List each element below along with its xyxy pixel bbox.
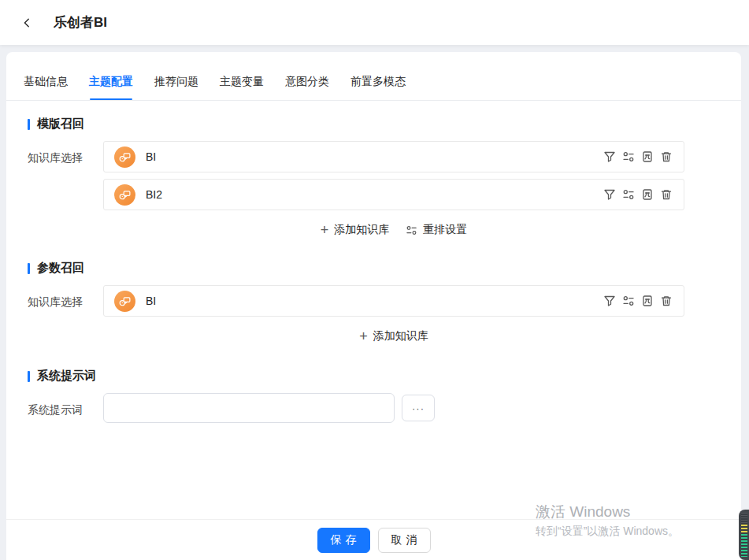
back-icon[interactable] — [17, 13, 36, 32]
plus-icon: + — [359, 329, 368, 343]
widget-yellow-band — [741, 525, 747, 534]
widget-green-band — [741, 534, 747, 557]
trash-icon[interactable] — [660, 150, 673, 163]
tab-theme-config[interactable]: 主题配置 — [89, 75, 133, 100]
more-button[interactable]: ··· — [402, 395, 435, 421]
tab-bar: 基础信息 主题配置 推荐问题 主题变量 意图分类 前置多模态 — [6, 52, 741, 101]
filter-icon[interactable] — [603, 150, 616, 163]
tab-pre-multimodal[interactable]: 前置多模态 — [350, 75, 406, 100]
sliders-icon[interactable] — [622, 188, 635, 201]
trash-icon[interactable] — [660, 188, 673, 201]
tab-theme-variables[interactable]: 主题变量 — [220, 75, 264, 100]
knowledge-base-icon — [114, 291, 135, 312]
section-marker — [28, 119, 30, 130]
config-card: 基础信息 主题配置 推荐问题 主题变量 意图分类 前置多模态 模版召回 知识库选… — [6, 52, 741, 560]
cancel-button[interactable]: 取消 — [378, 528, 431, 553]
filter-icon[interactable] — [603, 188, 616, 201]
section-marker — [28, 263, 30, 274]
tab-panel-theme-config: 模版召回 知识库选择 BI — [6, 101, 741, 519]
section-title-system-prompt: 系统提示词 — [28, 369, 741, 384]
knowledge-base-icon — [114, 184, 135, 206]
add-knowledge-base-button[interactable]: + 添加知识库 — [359, 329, 428, 343]
kb-select-label: 知识库选择 — [28, 141, 103, 243]
section-marker — [28, 371, 30, 382]
system-prompt-label: 系统提示词 — [28, 393, 103, 423]
system-prompt-input[interactable] — [103, 393, 395, 423]
plus-icon: + — [321, 223, 329, 237]
kb-row-bi: BI — [103, 141, 684, 172]
kb-row-bi: BI — [103, 285, 684, 317]
sliders-icon[interactable] — [622, 150, 635, 163]
kb-name: BI — [146, 150, 603, 163]
edge-equalizer-widget[interactable] — [739, 510, 749, 560]
section-title-param-recall: 参数召回 — [28, 261, 741, 276]
trash-icon[interactable] — [660, 295, 673, 307]
sliders-icon[interactable] — [622, 295, 635, 307]
top-bar: 乐创者BI — [0, 0, 749, 45]
knowledge-base-icon — [114, 146, 135, 168]
filter-icon[interactable] — [603, 295, 616, 307]
rerank-settings-button[interactable]: 重排设置 — [405, 223, 467, 237]
form-footer: 保存 取消 — [6, 519, 741, 560]
save-button[interactable]: 保存 — [317, 528, 370, 553]
document-icon[interactable] — [641, 150, 654, 163]
kb-name: BI — [146, 295, 603, 307]
add-knowledge-base-button[interactable]: + 添加知识库 — [321, 223, 390, 237]
document-icon[interactable] — [641, 295, 654, 307]
sliders-icon — [405, 224, 417, 236]
document-icon[interactable] — [641, 188, 654, 201]
widget-dark-band — [741, 513, 747, 525]
kb-select-label: 知识库选择 — [28, 285, 103, 350]
kb-name: BI2 — [146, 188, 603, 201]
page-title: 乐创者BI — [54, 13, 107, 32]
tab-recommend-questions[interactable]: 推荐问题 — [154, 75, 198, 100]
kb-row-bi2: BI2 — [103, 179, 684, 210]
tab-basic-info[interactable]: 基础信息 — [24, 75, 68, 100]
section-title-template-recall: 模版召回 — [28, 117, 741, 132]
tab-intent-classify[interactable]: 意图分类 — [285, 75, 329, 100]
